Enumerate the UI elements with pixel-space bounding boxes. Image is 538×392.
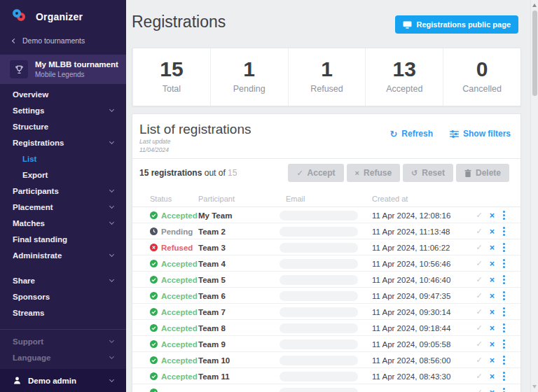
check-icon[interactable]: ✓ <box>476 275 482 284</box>
sidebar-item[interactable]: Structure <box>0 118 126 134</box>
delete-button[interactable]: Delete <box>456 164 509 182</box>
row-actions: ✓ × <box>476 320 506 336</box>
kebab-menu-icon[interactable] <box>503 262 505 265</box>
x-icon[interactable]: × <box>490 275 495 285</box>
scrollbar[interactable] <box>530 0 538 392</box>
back-to-tournaments-link[interactable]: Demo tournaments <box>13 36 85 45</box>
scrollbar-thumb[interactable] <box>532 10 537 96</box>
sidebar-item[interactable]: Participants <box>0 183 126 199</box>
sidebar-item[interactable]: Sponsors <box>0 288 126 304</box>
sidebar-item[interactable]: Overview <box>0 86 126 102</box>
stats-card: 15 Total 1 Pending 1 Refused 13 Accepted… <box>132 48 521 106</box>
registrations-public-page-button[interactable]: Registrations public page <box>395 15 518 34</box>
sidebar-item-label: Streams <box>13 309 44 317</box>
stat-value: 0 <box>443 57 520 82</box>
kebab-menu-icon[interactable] <box>503 327 505 329</box>
scroll-down-arrow-icon[interactable] <box>532 385 537 388</box>
registrations-table: Status Participant Email Created at <box>132 194 520 392</box>
status-cell: Accepted <box>150 352 198 368</box>
table-row[interactable]: Accepted My Team 11 Apr 2024, 12:08:16 ✓… <box>132 207 520 223</box>
table-row[interactable]: Refused Team 3 11 Apr 2024, 11:06:22 ✓ × <box>132 239 520 255</box>
table-row[interactable]: Accepted Team 11 11 Apr 2024, 08:43:30 ✓… <box>132 368 520 384</box>
email-redacted-pill <box>280 323 358 333</box>
check-icon[interactable]: ✓ <box>476 211 482 220</box>
check-icon[interactable]: ✓ <box>476 259 482 268</box>
check-icon[interactable]: ✓ <box>476 388 482 392</box>
sidebar-item[interactable]: Administrate <box>0 247 126 263</box>
show-filters-link[interactable]: Show filters <box>450 129 511 139</box>
sidebar-item[interactable]: Streams <box>0 304 126 321</box>
check-icon[interactable]: ✓ <box>476 356 482 365</box>
check-icon[interactable]: ✓ <box>476 291 482 300</box>
table-row[interactable]: Accepted Team 10 11 Apr 2024, 08:56:00 ✓… <box>132 352 520 368</box>
tournament-game: Mobile Legends <box>35 71 118 79</box>
x-icon[interactable]: × <box>490 340 495 349</box>
table-row[interactable]: Pending Team 2 11 Apr 2024, 11:13:48 ✓ × <box>132 223 520 239</box>
table-row[interactable]: Accepted Team 7 11 Apr 2024, 09:30:14 ✓ … <box>132 304 520 320</box>
check-icon[interactable]: ✓ <box>476 372 482 381</box>
sidebar-item[interactable]: Registrations <box>0 134 126 150</box>
check-icon[interactable]: ✓ <box>476 227 482 236</box>
kebab-menu-icon[interactable] <box>503 246 505 248</box>
kebab-menu-icon[interactable] <box>503 375 505 377</box>
x-icon[interactable]: × <box>490 323 495 333</box>
user-menu[interactable]: Demo admin <box>0 369 126 392</box>
sidebar-item-label: Participants <box>13 187 59 195</box>
sidebar-item[interactable]: Export <box>0 167 126 183</box>
check-icon[interactable]: ✓ <box>476 243 482 252</box>
table-row[interactable]: Accepted Team 8 11 Apr 2024, 09:18:44 ✓ … <box>132 320 520 336</box>
sidebar-item-label: Placement <box>13 203 53 211</box>
kebab-menu-icon[interactable] <box>503 295 505 297</box>
participant-cell: Team 4 <box>198 255 226 272</box>
sidebar-item[interactable]: Matches <box>0 215 126 231</box>
x-icon[interactable]: × <box>490 291 495 301</box>
sidebar-item[interactable]: Share <box>0 272 126 288</box>
sidebar-item[interactable]: List <box>0 150 126 167</box>
tournament-selector[interactable]: My MLBB tournament Mobile Legends <box>0 55 126 84</box>
x-icon[interactable]: × <box>490 259 495 269</box>
created-at-cell: 11 Apr 2024, 09:05:58 <box>372 336 450 352</box>
kebab-menu-icon[interactable] <box>503 279 505 281</box>
table-row[interactable]: Accepted Team 4 11 Apr 2024, 10:56:46 ✓ … <box>132 255 520 272</box>
row-actions: ✓ × <box>476 384 506 392</box>
kebab-menu-icon[interactable] <box>503 230 505 232</box>
kebab-menu-icon[interactable] <box>503 359 505 361</box>
sidebar-item[interactable]: Placement <box>0 199 126 215</box>
x-icon[interactable]: × <box>490 388 495 392</box>
accept-button[interactable]: ✓ Accept <box>288 164 343 182</box>
sidebar-item[interactable]: Settings <box>0 102 126 118</box>
sidebar: Organizer Demo tournaments My MLBB tourn… <box>0 0 126 392</box>
kebab-menu-icon[interactable] <box>503 214 505 216</box>
email-redacted-pill <box>280 340 358 349</box>
x-icon[interactable]: × <box>490 227 495 237</box>
check-icon[interactable]: ✓ <box>476 340 482 349</box>
row-actions: ✓ × <box>476 255 506 272</box>
refresh-link[interactable]: ↻ Refresh <box>389 129 433 139</box>
x-icon[interactable]: × <box>490 243 495 253</box>
x-icon[interactable]: × <box>490 372 495 382</box>
check-icon[interactable]: ✓ <box>476 323 482 332</box>
refuse-button[interactable]: × Refuse <box>347 164 400 182</box>
sidebar-item[interactable]: Support <box>0 333 126 349</box>
scroll-up-arrow-icon[interactable] <box>532 4 537 7</box>
check-icon[interactable]: ✓ <box>476 307 482 316</box>
table-row[interactable]: Accepted Team 6 11 Apr 2024, 09:47:35 ✓ … <box>132 288 520 304</box>
sidebar-item[interactable]: Language <box>0 349 126 365</box>
table-row[interactable]: Accepted Team 5 11 Apr 2024, 10:46:40 ✓ … <box>132 272 520 288</box>
kebab-menu-icon[interactable] <box>503 343 505 345</box>
kebab-menu-icon[interactable] <box>503 311 505 313</box>
x-icon[interactable]: × <box>490 356 495 365</box>
status-label: Accepted <box>161 324 198 332</box>
brand[interactable]: Organizer <box>13 9 83 24</box>
email-redacted-pill <box>280 388 358 392</box>
user-icon <box>13 376 22 385</box>
table-row[interactable]: Accepted Team 9 11 Apr 2024, 09:05:58 ✓ … <box>132 336 520 352</box>
status-cell: Accepted <box>150 272 198 288</box>
participant-cell: Team 2 <box>198 223 226 239</box>
sidebar-item[interactable]: Final standing <box>0 231 126 247</box>
x-icon[interactable]: × <box>490 211 495 220</box>
reset-button[interactable]: ↺ Reset <box>403 164 453 182</box>
table-row[interactable]: ✓ × <box>132 384 520 392</box>
x-icon[interactable]: × <box>490 307 495 317</box>
participant-cell: Team 5 <box>198 272 226 288</box>
